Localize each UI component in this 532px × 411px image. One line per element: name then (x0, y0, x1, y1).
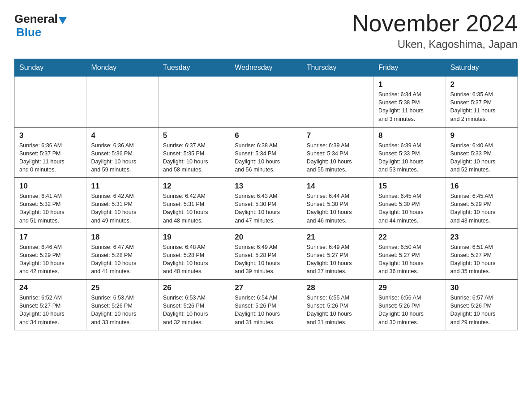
col-header-tuesday: Tuesday (158, 59, 230, 77)
calendar-cell (302, 77, 373, 127)
day-info: Sunrise: 6:37 AM Sunset: 5:35 PM Dayligh… (163, 141, 226, 174)
day-info: Sunrise: 6:39 AM Sunset: 5:33 PM Dayligh… (378, 141, 442, 174)
day-number: 3 (19, 131, 82, 140)
calendar-cell: 25Sunrise: 6:53 AM Sunset: 5:26 PM Dayli… (86, 279, 158, 330)
day-number: 20 (235, 233, 298, 242)
day-number: 1 (378, 80, 442, 89)
day-info: Sunrise: 6:51 AM Sunset: 5:27 PM Dayligh… (450, 243, 514, 276)
calendar-cell: 15Sunrise: 6:45 AM Sunset: 5:30 PM Dayli… (374, 178, 446, 229)
day-number: 25 (91, 283, 154, 292)
day-number: 7 (307, 131, 370, 140)
day-number: 23 (450, 233, 514, 242)
day-info: Sunrise: 6:36 AM Sunset: 5:37 PM Dayligh… (19, 141, 82, 174)
calendar-subtitle: Uken, Kagoshima, Japan (352, 38, 518, 51)
calendar-cell: 8Sunrise: 6:39 AM Sunset: 5:33 PM Daylig… (374, 127, 446, 178)
logo-general: General (14, 13, 58, 26)
calendar-cell: 4Sunrise: 6:36 AM Sunset: 5:36 PM Daylig… (86, 127, 158, 178)
logo-triangle-icon (59, 17, 67, 24)
day-info: Sunrise: 6:55 AM Sunset: 5:26 PM Dayligh… (307, 294, 370, 326)
week-row-4: 17Sunrise: 6:46 AM Sunset: 5:29 PM Dayli… (15, 229, 518, 280)
day-info: Sunrise: 6:45 AM Sunset: 5:29 PM Dayligh… (450, 192, 514, 225)
day-number: 12 (163, 182, 226, 191)
day-info: Sunrise: 6:57 AM Sunset: 5:26 PM Dayligh… (450, 294, 514, 326)
calendar-cell: 1Sunrise: 6:34 AM Sunset: 5:38 PM Daylig… (374, 77, 446, 127)
calendar-cell: 28Sunrise: 6:55 AM Sunset: 5:26 PM Dayli… (302, 279, 373, 330)
day-info: Sunrise: 6:34 AM Sunset: 5:38 PM Dayligh… (378, 90, 442, 123)
day-number: 30 (450, 283, 514, 292)
day-number: 15 (378, 182, 442, 191)
day-number: 14 (307, 182, 370, 191)
day-info: Sunrise: 6:40 AM Sunset: 5:33 PM Dayligh… (450, 141, 514, 174)
calendar-cell: 2Sunrise: 6:35 AM Sunset: 5:37 PM Daylig… (446, 77, 517, 127)
day-number: 10 (19, 182, 82, 191)
day-info: Sunrise: 6:53 AM Sunset: 5:26 PM Dayligh… (91, 294, 154, 326)
week-row-2: 3Sunrise: 6:36 AM Sunset: 5:37 PM Daylig… (15, 127, 518, 178)
week-row-3: 10Sunrise: 6:41 AM Sunset: 5:32 PM Dayli… (15, 178, 518, 229)
day-info: Sunrise: 6:54 AM Sunset: 5:26 PM Dayligh… (235, 294, 298, 326)
title-block: November 2024 Uken, Kagoshima, Japan (352, 11, 518, 51)
day-info: Sunrise: 6:56 AM Sunset: 5:26 PM Dayligh… (378, 294, 442, 326)
day-info: Sunrise: 6:46 AM Sunset: 5:29 PM Dayligh… (19, 243, 82, 276)
day-number: 22 (378, 233, 442, 242)
day-number: 5 (163, 131, 226, 140)
day-number: 16 (450, 182, 514, 191)
day-info: Sunrise: 6:50 AM Sunset: 5:27 PM Dayligh… (378, 243, 442, 276)
calendar-cell: 30Sunrise: 6:57 AM Sunset: 5:26 PM Dayli… (446, 279, 517, 330)
day-info: Sunrise: 6:52 AM Sunset: 5:27 PM Dayligh… (19, 294, 82, 326)
calendar-cell: 27Sunrise: 6:54 AM Sunset: 5:26 PM Dayli… (230, 279, 302, 330)
calendar-cell: 12Sunrise: 6:42 AM Sunset: 5:31 PM Dayli… (158, 178, 230, 229)
calendar-cell: 21Sunrise: 6:49 AM Sunset: 5:27 PM Dayli… (302, 229, 373, 280)
day-number: 8 (378, 131, 442, 140)
day-number: 13 (235, 182, 298, 191)
col-header-friday: Friday (374, 59, 446, 77)
day-info: Sunrise: 6:42 AM Sunset: 5:31 PM Dayligh… (91, 192, 154, 225)
day-number: 26 (163, 283, 226, 292)
day-number: 9 (450, 131, 514, 140)
day-number: 21 (307, 233, 370, 242)
calendar-cell: 5Sunrise: 6:37 AM Sunset: 5:35 PM Daylig… (158, 127, 230, 178)
calendar-cell: 20Sunrise: 6:49 AM Sunset: 5:28 PM Dayli… (230, 229, 302, 280)
day-info: Sunrise: 6:39 AM Sunset: 5:34 PM Dayligh… (307, 141, 370, 174)
calendar-cell (158, 77, 230, 127)
day-info: Sunrise: 6:38 AM Sunset: 5:34 PM Dayligh… (235, 141, 298, 174)
header-row: SundayMondayTuesdayWednesdayThursdayFrid… (15, 59, 518, 77)
day-number: 28 (307, 283, 370, 292)
calendar-cell: 6Sunrise: 6:38 AM Sunset: 5:34 PM Daylig… (230, 127, 302, 178)
logo-text: General (14, 13, 67, 26)
header: General Blue November 2024 Uken, Kagoshi… (14, 11, 518, 51)
col-header-saturday: Saturday (446, 59, 517, 77)
day-number: 6 (235, 131, 298, 140)
calendar-cell: 3Sunrise: 6:36 AM Sunset: 5:37 PM Daylig… (15, 127, 86, 178)
week-row-1: 1Sunrise: 6:34 AM Sunset: 5:38 PM Daylig… (15, 77, 518, 127)
day-info: Sunrise: 6:36 AM Sunset: 5:36 PM Dayligh… (91, 141, 154, 174)
day-number: 4 (91, 131, 154, 140)
calendar-cell: 9Sunrise: 6:40 AM Sunset: 5:33 PM Daylig… (446, 127, 517, 178)
calendar-cell: 17Sunrise: 6:46 AM Sunset: 5:29 PM Dayli… (15, 229, 86, 280)
col-header-sunday: Sunday (15, 59, 86, 77)
day-info: Sunrise: 6:35 AM Sunset: 5:37 PM Dayligh… (450, 90, 514, 123)
calendar-cell: 23Sunrise: 6:51 AM Sunset: 5:27 PM Dayli… (446, 229, 517, 280)
calendar-cell: 22Sunrise: 6:50 AM Sunset: 5:27 PM Dayli… (374, 229, 446, 280)
day-info: Sunrise: 6:53 AM Sunset: 5:26 PM Dayligh… (163, 294, 226, 326)
day-number: 2 (450, 80, 514, 89)
day-number: 24 (19, 283, 82, 292)
calendar-cell (86, 77, 158, 127)
day-info: Sunrise: 6:41 AM Sunset: 5:32 PM Dayligh… (19, 192, 82, 225)
day-info: Sunrise: 6:49 AM Sunset: 5:27 PM Dayligh… (307, 243, 370, 276)
calendar-cell: 13Sunrise: 6:43 AM Sunset: 5:30 PM Dayli… (230, 178, 302, 229)
calendar-cell: 11Sunrise: 6:42 AM Sunset: 5:31 PM Dayli… (86, 178, 158, 229)
day-number: 19 (163, 233, 226, 242)
day-info: Sunrise: 6:44 AM Sunset: 5:30 PM Dayligh… (307, 192, 370, 225)
calendar-cell (15, 77, 86, 127)
calendar-cell: 29Sunrise: 6:56 AM Sunset: 5:26 PM Dayli… (374, 279, 446, 330)
day-number: 11 (91, 182, 154, 191)
day-info: Sunrise: 6:45 AM Sunset: 5:30 PM Dayligh… (378, 192, 442, 225)
calendar-cell: 14Sunrise: 6:44 AM Sunset: 5:30 PM Dayli… (302, 178, 373, 229)
calendar-cell: 24Sunrise: 6:52 AM Sunset: 5:27 PM Dayli… (15, 279, 86, 330)
col-header-wednesday: Wednesday (230, 59, 302, 77)
calendar-cell: 16Sunrise: 6:45 AM Sunset: 5:29 PM Dayli… (446, 178, 517, 229)
day-info: Sunrise: 6:49 AM Sunset: 5:28 PM Dayligh… (235, 243, 298, 276)
week-row-5: 24Sunrise: 6:52 AM Sunset: 5:27 PM Dayli… (15, 279, 518, 330)
day-number: 18 (91, 233, 154, 242)
calendar-cell: 19Sunrise: 6:48 AM Sunset: 5:28 PM Dayli… (158, 229, 230, 280)
